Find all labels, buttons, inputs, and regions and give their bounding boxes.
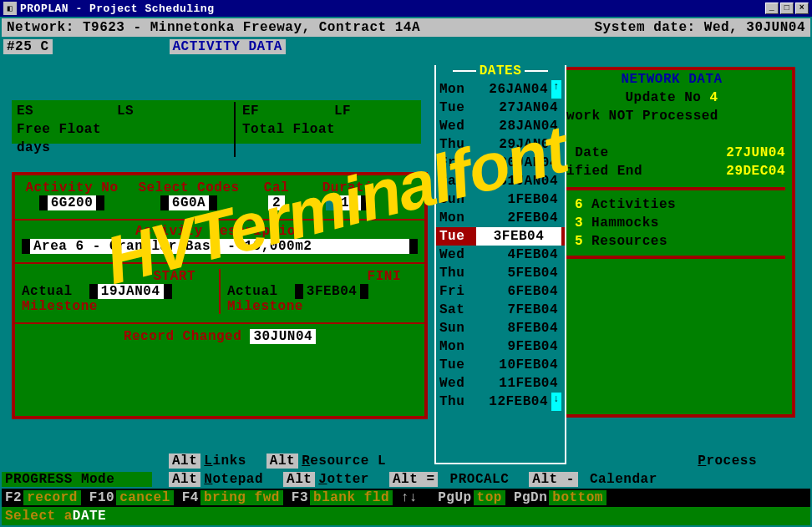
alt-procalc[interactable]: Alt = [389,472,439,487]
date-row[interactable]: Thu12FEB04↓ [436,393,565,411]
alt-row-1: AltLinks AltResource L Process [2,452,810,470]
finish-label: FINI [227,269,418,284]
date-row[interactable]: Mon2FEB04 [436,209,565,227]
start-milestone-label: Milestone [22,299,212,314]
key-label: F3 [290,490,310,505]
date-value: 26JAN04 [476,80,551,99]
date-row[interactable]: Wed11FEB04 [436,374,565,393]
start-actual-label: Actual [22,284,73,299]
activity-no-field[interactable]: 6G200 [39,195,105,210]
network-data-title: NETWORK DATA [551,70,792,87]
totalfloat-label: Total Float [234,120,335,157]
record-changed-label: Record Changed [124,329,241,344]
duration-field[interactable]: 15 [326,195,369,210]
date-dow: Tue [439,356,476,374]
date-value: 1FEB04 [476,190,561,209]
date-row[interactable]: Thu29JAN04 [436,135,565,154]
key-action[interactable]: cancel [116,490,174,505]
dates-title: DATES [436,63,565,79]
date-row[interactable]: Sat7FEB04 [436,301,565,319]
record-changed-row: Record Changed 30JUN04 [15,329,424,344]
date-row[interactable]: Wed4FEB04 [436,246,565,264]
date-dow: Fri [439,282,476,301]
end-date-value: 29DEC04 [726,162,785,180]
date-dow: Wed [439,117,476,135]
alt-links[interactable]: Alt [169,454,200,469]
date-dow: Fri [439,154,476,172]
date-value: 10FEB04 [476,356,561,374]
freefloat-label: Free Float [17,120,101,139]
sysdate-header: System date: Wed, 30JUN04 [594,20,805,35]
scroll-up-icon[interactable]: ↑ [551,80,561,99]
select-codes-field[interactable]: 6G0A [160,195,217,210]
activities-label: Activities [591,197,676,212]
key-action[interactable]: record [23,490,81,505]
minimize-button[interactable]: _ [765,3,779,14]
date-row[interactable]: Tue27JAN04 [436,99,565,117]
date-row[interactable]: Fri30JAN04 [436,154,565,172]
date-row[interactable]: Tue3FEB04 [436,227,565,246]
date-value: 29JAN04 [476,135,561,154]
alt-jotter[interactable]: Alt [283,472,315,487]
date-dow: Mon [439,337,476,356]
date-row[interactable]: Tue10FEB04 [436,356,565,374]
key-action[interactable]: blank fld [310,490,393,505]
update-no-label: Update No [625,90,701,105]
date-value: 2FEB04 [476,209,561,227]
alt-calendar[interactable]: Alt - [529,472,578,487]
a-date-value: 27JUN04 [726,144,785,162]
description-label: Activity Description [15,224,424,239]
es-label: ES [17,102,117,120]
sysdate-value: Wed, 30JUN04 [704,20,805,35]
alt-notepad[interactable]: Alt [169,472,200,487]
window-title: PROPLAN - Project Scheduling [20,3,764,15]
alt-process[interactable]: Process [694,454,760,469]
cal-field[interactable]: 2 [268,195,285,210]
description-field[interactable]: Area 6 - Granular Base - 10,000m2 [22,239,418,254]
start-actual-field[interactable]: 19JAN04 [89,284,172,299]
date-row[interactable]: Fri6FEB04 [436,282,565,301]
key-action[interactable]: bottom [549,490,606,505]
date-dow: Sun [439,319,476,337]
end-label: cified End [558,162,642,180]
network-value: T9623 - Minnetonka Freeway, Contract 14A [83,20,420,35]
key-action[interactable]: top [474,490,505,505]
days-label: days [17,139,50,157]
finish-actual-field[interactable]: 3FEB04 [295,284,369,299]
record-changed-value: 30JUN04 [250,329,316,344]
close-button[interactable]: × [795,3,809,14]
alt-row-2: PROGRESS Mode AltNotepad AltJotter Alt =… [2,470,810,489]
date-value: 31JAN04 [476,172,561,190]
select-codes-label: Select Codes [130,180,247,195]
date-row[interactable]: Mon9FEB04 [436,337,565,356]
activity-frame: Activity No 6G200 Select Codes 6G0A Cal … [12,172,428,419]
date-row[interactable]: Sun8FEB04 [436,319,565,337]
sysdate-label: System date: [594,20,695,35]
key-label: F2 [3,490,23,505]
date-row[interactable]: Thu5FEB04 [436,264,565,282]
resources-label: Resources [591,234,667,249]
maximize-button[interactable]: □ [780,3,794,14]
cal-label: Cal [256,180,297,195]
ef-label: EF [234,102,334,120]
key-label: PgUp [436,490,473,505]
window-titlebar: ◧ PROPLAN - Project Scheduling _ □ × [0,0,812,17]
dates-picker[interactable]: DATES Mon26JAN04↑Tue27JAN04Wed28JAN04Thu… [434,65,566,464]
scroll-down-icon[interactable]: ↓ [551,393,561,411]
date-row[interactable]: Sun1FEB04 [436,190,565,209]
date-value: 27JAN04 [476,99,561,117]
key-action[interactable]: bring fwd [200,490,283,505]
lf-label: LF [334,102,351,120]
date-dow: Sat [439,301,476,319]
update-no-value: 4 [709,90,718,105]
date-row[interactable]: Wed28JAN04 [436,117,565,135]
alt-resource[interactable]: Alt [266,454,298,469]
date-dow: Tue [439,227,476,246]
header-row: Network: T9623 - Minnetonka Freeway, Con… [2,18,810,37]
finish-milestone-label: Milestone [227,299,418,314]
date-row[interactable]: Mon26JAN04↑ [436,80,565,99]
date-row[interactable]: Sat31JAN04 [436,172,565,190]
floats-panel: ES LS EF LF Free Float days Total Float [12,100,421,144]
date-value: 5FEB04 [476,264,561,282]
activity-data-title: ACTIVITY DATA [170,39,286,54]
